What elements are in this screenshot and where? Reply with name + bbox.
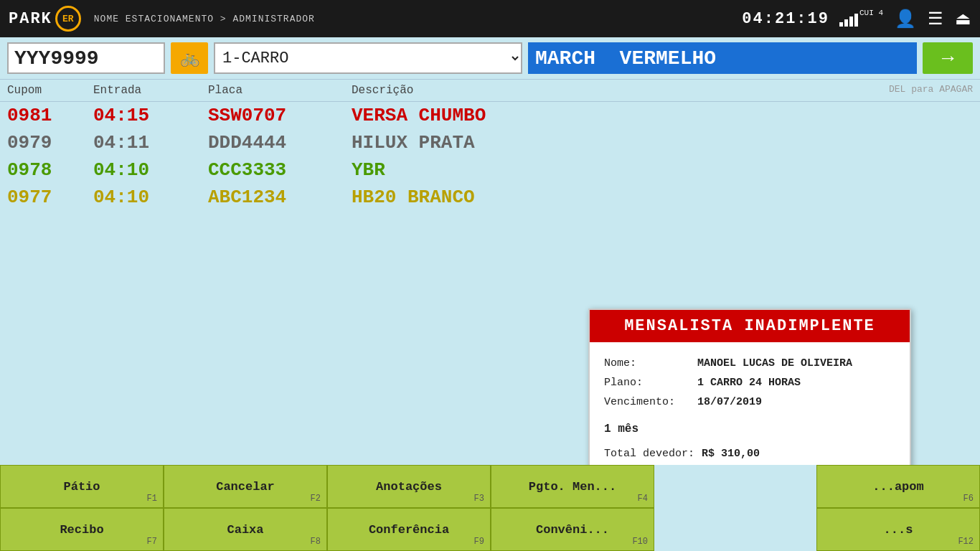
alert-total-value: R$ 310,00	[702, 444, 760, 463]
signal-bars	[839, 11, 858, 27]
patio-key: F1	[147, 494, 157, 504]
empty-f5	[654, 465, 816, 508]
col-placa: Placa	[208, 84, 352, 97]
cell-desc: HILUX PRATA	[352, 132, 973, 154]
patio-button[interactable]: Pátio F1	[0, 465, 164, 508]
bike-button[interactable]: 🚲	[171, 42, 208, 74]
cancelar-key: F2	[311, 494, 321, 504]
recibo-key: F7	[147, 537, 157, 547]
apom-label: ...apom	[872, 480, 923, 494]
s-key: F12	[958, 537, 974, 547]
pgto-men-label: Pgto. Men...	[529, 480, 616, 494]
cell-entrada: 04:11	[93, 132, 208, 154]
table-row: 0977 04:10 ABC1234 HB20 BRANCO	[0, 184, 980, 211]
cell-entrada: 04:15	[93, 105, 208, 126]
pgto-men-key: F4	[638, 494, 648, 504]
col-cupom: Cupom	[7, 84, 93, 97]
alert-plano-row: Plano: 1 CARRO 24 HORAS	[604, 373, 895, 392]
logo: PARK ER	[9, 6, 84, 32]
anotacoes-button[interactable]: Anotações F3	[327, 465, 491, 508]
conferencia-label: Conferência	[369, 523, 449, 537]
conferencia-key: F9	[474, 537, 484, 547]
cell-cupom: 0981	[7, 105, 93, 126]
alert-vencimento-value: 18/07/2019	[697, 392, 762, 412]
s-button[interactable]: ...s F12	[816, 508, 980, 551]
apom-button[interactable]: ...apom F6	[816, 465, 980, 508]
col-entrada: Entrada	[93, 84, 208, 97]
table-body: 0981 04:15 SSW0707 VERSA CHUMBO 0979 04:…	[0, 102, 980, 211]
cell-entrada: 04:10	[93, 187, 208, 208]
alert-nome-label: Nome:	[604, 354, 690, 373]
logo-circle: ER	[55, 6, 81, 32]
recibo-button[interactable]: Recibo F7	[0, 508, 164, 551]
alert-nome-value: MANOEL LUCAS DE OLIVEIRA	[697, 354, 852, 373]
header-icons: CUI 4 👤 ☰ ⏏	[839, 9, 971, 29]
desc-input[interactable]: MARCH VERMELHO	[528, 42, 917, 74]
alert-nome-row: Nome: MANOEL LUCAS DE OLIVEIRA	[604, 354, 895, 373]
category-select[interactable]: 1-CARRO 2-MOTO 3-BICICLETA	[214, 42, 522, 74]
cui-label: CUI 4	[859, 9, 883, 17]
user-icon[interactable]: 👤	[895, 9, 916, 29]
alert-plano-label: Plano:	[604, 373, 690, 392]
ticket-input[interactable]: YYY9999	[7, 42, 165, 74]
cell-desc: VERSA CHUMBO	[352, 105, 973, 126]
cell-cupom: 0979	[7, 132, 93, 154]
convenio-key: F10	[632, 537, 648, 547]
table-row: 0979 04:11 DDD4444 HILUX PRATA	[0, 129, 980, 156]
btn-row-2: Recibo F7 Caixa F8 Conferência F9 Convên…	[0, 508, 980, 551]
apom-key: F6	[963, 494, 974, 504]
cell-cupom: 0978	[7, 159, 93, 181]
anotacoes-label: Anotações	[376, 480, 442, 494]
cell-placa: ABC1234	[208, 187, 352, 208]
table-header: Cupom Entrada Placa Descrição DEL para A…	[0, 79, 980, 102]
cell-desc: HB20 BRANCO	[352, 187, 973, 208]
caixa-label: Caixa	[227, 523, 263, 537]
cell-placa: CCC3333	[208, 159, 352, 181]
header-time: 04:21:19	[742, 10, 829, 28]
convenio-label: Convêni...	[536, 523, 609, 537]
alert-months: 1 mês	[604, 419, 895, 440]
patio-label: Pátio	[63, 480, 100, 494]
conferencia-button[interactable]: Conferência F9	[327, 508, 491, 551]
alert-plano-value: 1 CARRO 24 HORAS	[697, 373, 801, 392]
recibo-label: Recibo	[60, 523, 103, 537]
bottom-buttons: Pátio F1 Cancelar F2 Anotações F3 Pgto. …	[0, 465, 980, 551]
cell-placa: DDD4444	[208, 132, 352, 154]
caixa-key: F8	[311, 537, 321, 547]
empty-f11	[654, 508, 816, 551]
table-row: 0978 04:10 CCC3333 YBR	[0, 156, 980, 184]
cell-entrada: 04:10	[93, 159, 208, 181]
btn-row-1: Pátio F1 Cancelar F2 Anotações F3 Pgto. …	[0, 465, 980, 508]
table-row: 0981 04:15 SSW0707 VERSA CHUMBO	[0, 102, 980, 129]
alert-vencimento-label: Vencimento:	[604, 392, 690, 412]
power-icon[interactable]: ⏏	[955, 9, 971, 29]
alert-body: Nome: MANOEL LUCAS DE OLIVEIRA Plano: 1 …	[590, 342, 910, 475]
header-title: NOME ESTACIONAMENTO > ADMINISTRADOR	[94, 14, 732, 24]
anotacoes-key: F3	[474, 494, 484, 504]
alert-vencimento-row: Vencimento: 18/07/2019	[604, 392, 895, 412]
col-descricao: Descrição	[352, 84, 829, 97]
menu-icon[interactable]: ☰	[928, 9, 943, 29]
cancelar-label: Cancelar	[216, 480, 275, 494]
header: PARK ER NOME ESTACIONAMENTO > ADMINISTRA…	[0, 0, 980, 37]
cancelar-button[interactable]: Cancelar F2	[164, 465, 327, 508]
cell-desc: YBR	[352, 159, 973, 181]
input-area: YYY9999 🚲 1-CARRO 2-MOTO 3-BICICLETA MAR…	[0, 37, 980, 79]
pgto-men-button[interactable]: Pgto. Men... F4	[491, 465, 654, 508]
alert-total-label: Total devedor:	[604, 444, 694, 463]
convenio-button[interactable]: Convêni... F10	[491, 508, 654, 551]
caixa-button[interactable]: Caixa F8	[164, 508, 327, 551]
cell-cupom: 0977	[7, 187, 93, 208]
alert-title: MENSALISTA INADIMPLENTE	[590, 310, 910, 342]
s-label: ...s	[884, 523, 913, 537]
col-del: DEL para APAGAR	[829, 84, 973, 97]
logo-text: PARK	[9, 10, 52, 28]
alert-total-row: Total devedor: R$ 310,00	[604, 444, 895, 463]
cell-placa: SSW0707	[208, 105, 352, 126]
go-button[interactable]: →	[923, 42, 973, 74]
